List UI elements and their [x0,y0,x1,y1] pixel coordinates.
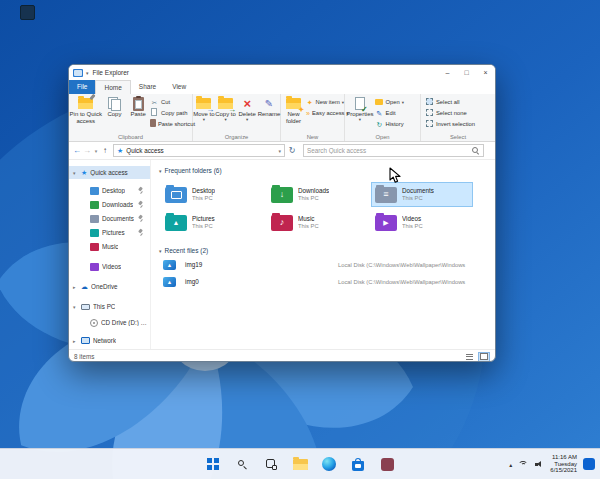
chevron-down-icon: ▾ [342,100,344,105]
delete-button[interactable]: × Delete ▾ [236,96,258,122]
recent-file-row[interactable]: ▲ img19 Local Disk (C:\Windows\Web\Wallp… [151,258,495,272]
tray-chevron-up-icon[interactable]: ▴ [509,461,512,468]
clipboard-small-buttons: ✂ Cut Copy path Paste shortcut [150,96,192,129]
folder-tile-videos[interactable]: ▶ VideosThis PC [371,210,473,235]
tab-home[interactable]: Home [95,80,130,94]
clock-day: Tuesday [554,461,577,467]
sidebar-item-cd-drive[interactable]: CD Drive (D:) Virtual [69,316,150,329]
chevron-down-icon[interactable]: ▾ [278,148,281,154]
quick-access-icon: ★ [81,169,87,177]
sidebar-item-network[interactable]: ▸ Network [69,334,150,347]
ribbon-group-organize: → Move to ▾ → Copy to ▾ × Delete ▾ ✎ Ren… [193,94,281,141]
chevron-down-icon[interactable]: ▾ [159,248,162,254]
open-button[interactable]: Open ▾ [375,97,420,107]
clipboard-group-label: Clipboard [69,134,192,140]
edit-button[interactable]: ✎ Edit [375,108,420,118]
wifi-icon[interactable] [518,460,529,469]
close-button[interactable]: × [476,65,495,80]
quick-access-toolbar-chevron-icon[interactable]: ▾ [86,70,89,76]
paste-button[interactable]: Paste [126,96,150,118]
recent-files-header[interactable]: ▾ Recent files (2) [159,247,208,254]
chevron-down-icon[interactable]: ▾ [159,168,162,174]
forward-button[interactable]: → [82,146,92,155]
recent-locations-chevron-icon[interactable]: ▾ [92,148,100,154]
file-explorer-app-icon [73,69,83,77]
properties-button[interactable]: ✓ Properties ▾ [345,96,375,122]
tab-share[interactable]: Share [131,80,164,94]
chevron-right-icon[interactable]: ▸ [73,284,81,290]
edge-icon[interactable] [318,453,340,475]
paste-shortcut-button[interactable]: Paste shortcut [150,119,192,129]
desktop: ▾ File Explorer – □ × File Home Share Vi… [0,0,600,479]
folder-tile-pictures[interactable]: ▲ PicturesThis PC [161,210,263,235]
sidebar-item-this-pc[interactable]: ▾ This PC [69,300,150,313]
pin-to-quick-access-button[interactable]: Pin to Quick access [69,96,103,124]
pictures-folder-icon [90,229,99,237]
history-button[interactable]: ↻ History [375,119,420,129]
thumbnail-view-button[interactable] [478,352,490,362]
up-button[interactable]: ↑ [100,146,110,155]
copy-button[interactable]: Copy [103,96,127,118]
start-button[interactable] [202,453,224,475]
image-file-icon: ▲ [163,277,176,287]
taskbar-file-explorer-icon[interactable] [289,453,311,475]
chevron-down-icon[interactable]: ▾ [73,304,81,310]
invert-selection-button[interactable]: Invert selection [425,119,495,129]
sidebar-item-music[interactable]: Music [69,240,150,253]
chevron-down-icon: ▾ [246,118,248,122]
image-file-icon: ▲ [163,260,176,270]
recent-file-row[interactable]: ▲ img0 Local Disk (C:\Windows\Web\Wallpa… [151,275,495,289]
sidebar-item-documents[interactable]: Documents [69,212,150,225]
move-to-button[interactable]: → Move to ▾ [193,96,215,122]
clock-time: 11:16 AM [552,454,577,460]
sidebar-item-onedrive[interactable]: ▸ ☁ OneDrive [69,280,150,293]
folder-tile-desktop[interactable]: DesktopThis PC [161,182,263,207]
sidebar-item-desktop[interactable]: Desktop [69,184,150,197]
sidebar-item-pictures[interactable]: Pictures [69,226,150,239]
select-none-button[interactable]: Select none [425,108,495,118]
chevron-right-icon[interactable]: ▸ [73,338,81,344]
folder-tile-downloads[interactable]: ↓ DownloadsThis PC [267,182,369,207]
desktop-icon[interactable] [20,5,35,20]
rename-button[interactable]: ✎ Rename [258,96,280,118]
easy-access-button[interactable]: » Easy access ▾ [306,108,344,118]
copy-path-button[interactable]: Copy path [150,108,192,118]
volume-icon[interactable] [535,460,544,468]
search-input[interactable] [307,147,472,154]
taskbar-clock[interactable]: 11:16 AM Tuesday 6/15/2021 [550,454,577,474]
chevron-down-icon[interactable]: ▾ [73,170,81,176]
status-bar: 8 items [69,349,495,362]
pin-icon [138,229,144,236]
folder-tile-music[interactable]: ♪ MusicThis PC [267,210,369,235]
store-icon[interactable] [347,453,369,475]
minimize-button[interactable]: – [438,65,457,80]
select-all-button[interactable]: Select all [425,97,495,107]
frequent-folders-header[interactable]: ▾ Frequent folders (6) [159,167,222,174]
ribbon-group-new: ✦ New folder ✦ New item ▾ » Easy access … [281,94,345,141]
refresh-button[interactable]: ↻ [285,146,299,155]
task-view-icon[interactable] [260,453,282,475]
clock-date: 6/15/2021 [550,467,577,473]
delete-icon: × [243,97,251,110]
address-box[interactable]: ★ Quick access ▾ [113,144,285,157]
sidebar-item-videos[interactable]: Videos [69,260,150,273]
new-item-button[interactable]: ✦ New item ▾ [306,97,344,107]
back-button[interactable]: ← [72,146,82,155]
pin-icon [138,201,144,208]
select-small-buttons: Select all Select none Invert selection [421,96,495,129]
tab-file[interactable]: File [69,80,95,94]
details-view-button[interactable] [463,352,475,362]
tab-view[interactable]: View [164,80,194,94]
item-count: 8 items [74,353,94,360]
sidebar-item-quick-access[interactable]: ▾ ★ Quick access [69,166,150,179]
sidebar-item-downloads[interactable]: Downloads [69,198,150,211]
cut-button[interactable]: ✂ Cut [150,97,192,107]
maximize-button[interactable]: □ [457,65,476,80]
folder-tile-documents[interactable]: ≡ DocumentsThis PC [371,182,473,207]
taskbar-search-icon[interactable] [231,453,253,475]
app-icon[interactable] [376,453,398,475]
new-folder-button[interactable]: ✦ New folder [281,96,306,124]
notification-badge[interactable] [583,458,595,470]
search-box[interactable] [303,144,484,157]
copy-to-button[interactable]: → Copy to ▾ [215,96,237,122]
